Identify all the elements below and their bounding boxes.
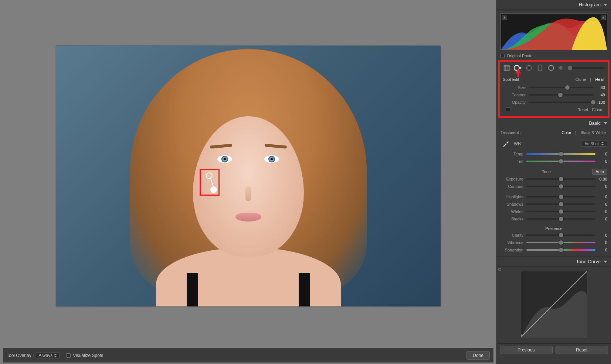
histogram-header[interactable]: Histogram xyxy=(497,0,611,10)
exposure-slider[interactable] xyxy=(526,178,595,180)
clipping-shadows-icon[interactable] xyxy=(502,15,507,20)
size-slider[interactable] xyxy=(529,87,593,88)
redeye-tool-icon[interactable] xyxy=(525,64,533,72)
tonecurve-title: Tone Curve xyxy=(576,259,601,264)
clarity-value: 0 xyxy=(595,233,607,237)
contrast-value: 0 xyxy=(595,184,607,189)
svg-point-9 xyxy=(549,65,554,71)
collapse-icon xyxy=(604,122,607,124)
original-photo-checkbox[interactable]: Original Photo xyxy=(497,52,611,59)
vibrance-slider[interactable] xyxy=(526,242,595,243)
collapse-icon xyxy=(604,4,607,6)
spot-edit-panel: Spot Edit Clone | Heal Size 60 Feather 4… xyxy=(500,74,608,116)
svg-rect-12 xyxy=(521,334,522,337)
treatment-label: Treatment : xyxy=(500,130,521,135)
heal-mode[interactable]: Heal xyxy=(594,77,605,82)
highlights-slider[interactable] xyxy=(526,196,595,198)
temp-slider[interactable] xyxy=(526,153,595,155)
collapse-icon xyxy=(604,261,607,263)
exposure-label: Exposure xyxy=(500,177,526,181)
tool-overlay-dropdown[interactable]: Always xyxy=(36,352,60,359)
contrast-label: Contrast xyxy=(500,184,526,189)
whites-slider[interactable] xyxy=(526,211,595,212)
tonecurve-target-icon[interactable] xyxy=(498,268,501,271)
tint-value: 0 xyxy=(595,159,607,164)
right-panel: Histogram Original Photo xyxy=(496,0,611,364)
tone-section-label: Tone xyxy=(500,169,592,174)
tool-overlay-value: Always xyxy=(38,353,52,358)
exposure-value: 0.00 xyxy=(595,177,607,181)
wb-value: As Shot xyxy=(584,141,599,146)
clarity-label: Clarity xyxy=(500,233,526,237)
crop-tool-icon[interactable] xyxy=(503,64,511,72)
panel-footer: Previous Reset xyxy=(497,344,611,358)
svg-point-10 xyxy=(559,66,563,70)
radial-filter-tool-icon[interactable] xyxy=(547,64,555,72)
opacity-slider[interactable] xyxy=(529,102,593,103)
blacks-value: 0 xyxy=(595,217,607,221)
previous-button[interactable]: Previous xyxy=(500,346,553,354)
basic-title: Basic xyxy=(589,120,601,126)
presence-section-label: Presence xyxy=(500,225,607,231)
basic-header[interactable]: Basic xyxy=(497,119,611,128)
wb-label: WB : xyxy=(514,141,578,146)
clone-mode[interactable]: Clone xyxy=(574,77,588,82)
spot-target-circle[interactable] xyxy=(210,186,217,193)
reset-button[interactable]: Reset xyxy=(556,346,608,354)
tint-slider[interactable] xyxy=(526,161,595,162)
auto-tone-button[interactable]: Auto xyxy=(592,169,607,175)
vibrance-label: Vibrance xyxy=(500,240,526,245)
annotation-spot-box xyxy=(200,169,220,196)
shadows-slider[interactable] xyxy=(526,203,595,205)
image-canvas[interactable] xyxy=(56,46,441,306)
blacks-label: Blacks xyxy=(500,217,526,221)
visualize-spots-checkbox[interactable]: Visualize Spots xyxy=(66,353,103,358)
wb-eyedropper-icon[interactable] xyxy=(500,138,511,149)
feather-slider[interactable] xyxy=(529,94,593,96)
feather-label: Feather xyxy=(503,93,529,97)
svg-point-7 xyxy=(528,67,530,69)
saturation-label: Saturation xyxy=(500,248,526,252)
whites-value: 0 xyxy=(595,209,607,214)
histogram-display[interactable] xyxy=(500,13,607,50)
tint-label: Tint xyxy=(500,159,526,164)
feather-value: 49 xyxy=(593,93,605,97)
clarity-slider[interactable] xyxy=(526,234,595,236)
shadows-value: 0 xyxy=(595,202,607,206)
treatment-color[interactable]: Color xyxy=(560,130,573,135)
size-value: 60 xyxy=(593,85,605,90)
visualize-spots-label: Visualize Spots xyxy=(73,353,103,358)
basic-panel: Treatment : Color | Black & White WB : A… xyxy=(497,128,611,257)
size-label: Size xyxy=(503,85,529,90)
saturation-slider[interactable] xyxy=(526,249,595,251)
done-button[interactable]: Done xyxy=(466,351,490,360)
whites-label: Whites xyxy=(500,209,526,214)
tonecurve-header[interactable]: Tone Curve xyxy=(497,257,611,267)
brush-tool-icon[interactable] xyxy=(558,64,563,72)
spot-reset-button[interactable]: Reset xyxy=(577,107,588,112)
svg-rect-13 xyxy=(586,271,587,272)
opacity-label: Opacity xyxy=(503,100,529,104)
spot-close-button[interactable]: Close xyxy=(592,107,602,112)
annotation-arrow-icon xyxy=(515,69,522,77)
tone-curve-graph[interactable] xyxy=(521,271,587,337)
panel-toggle-switch[interactable] xyxy=(506,107,511,111)
clipping-highlights-icon[interactable] xyxy=(601,15,606,20)
original-photo-label: Original Photo xyxy=(507,54,533,58)
histogram-title: Histogram xyxy=(579,2,601,7)
checkbox-box-icon xyxy=(500,54,505,58)
spot-edit-title: Spot Edit xyxy=(503,77,519,82)
contrast-slider[interactable] xyxy=(526,186,595,187)
checkbox-box-icon xyxy=(66,353,71,358)
saturation-value: 0 xyxy=(595,248,607,252)
vibrance-value: 0 xyxy=(595,240,607,245)
spot-source-circle[interactable] xyxy=(206,172,213,179)
wb-dropdown[interactable]: As Shot xyxy=(581,141,607,147)
canvas-wrap xyxy=(3,4,493,348)
highlights-value: 0 xyxy=(595,195,607,199)
graduated-filter-tool-icon[interactable] xyxy=(536,64,544,72)
blacks-slider[interactable] xyxy=(526,218,595,220)
treatment-bw[interactable]: Black & White xyxy=(579,130,607,135)
shadows-label: Shadows xyxy=(500,202,526,206)
tool-amount-slider[interactable] xyxy=(568,67,605,69)
